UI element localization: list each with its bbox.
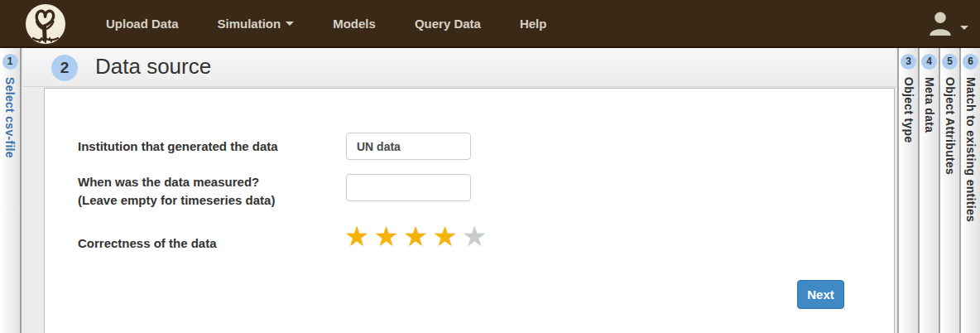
user-menu[interactable] (925, 8, 968, 41)
caret-down-icon (960, 26, 968, 30)
user-icon (925, 8, 955, 41)
step-number-badge: 5 (942, 54, 958, 70)
measured-input[interactable] (346, 174, 471, 201)
nav-item-simulation[interactable]: Simulation (218, 17, 295, 31)
star-filled-icon[interactable]: ★ (432, 220, 461, 252)
wizard-step-data-source-header[interactable]: 2 Data source (23, 48, 896, 87)
correctness-label: Correctness of the data (78, 234, 217, 253)
step-number-badge: 6 (963, 54, 978, 70)
star-rating[interactable]: ★★★★★ (344, 220, 491, 253)
step-label: Select csv-file (3, 77, 17, 158)
wizard-step-match-entities[interactable]: 6 Match to existing entities (959, 48, 980, 333)
nav-item-label: Query Data (415, 17, 481, 31)
star-filled-icon[interactable]: ★ (373, 220, 402, 252)
next-button[interactable]: Next (797, 280, 844, 309)
nav-item-upload-data[interactable]: Upload Data (106, 17, 179, 31)
data-source-form-panel: Institution that generated the data When… (44, 88, 895, 333)
institution-label: Institution that generated the data (78, 138, 278, 156)
star-filled-icon[interactable]: ★ (403, 220, 432, 252)
wizard-step-meta-data[interactable]: 4 Meta data (918, 48, 939, 333)
nav-item-label: Help (520, 17, 547, 31)
step-label: Object type (902, 77, 915, 143)
nav-menu: Upload Data Simulation Models Query Data… (106, 0, 546, 46)
nav-item-label: Upload Data (106, 17, 179, 31)
wizard-step-select-csv-file[interactable]: 1 Select csv-file (0, 48, 22, 333)
step-label: Object Attributes (944, 77, 957, 175)
wizard-right-steps: 3 Object type 4 Meta data 5 Object Attri… (897, 48, 980, 333)
star-filled-icon[interactable]: ★ (344, 220, 373, 252)
star-empty-icon[interactable]: ★ (462, 220, 491, 252)
page-title: Data source (95, 54, 211, 80)
step-number-badge: 3 (901, 54, 916, 70)
caret-down-icon (286, 22, 294, 26)
step-number-badge: 1 (2, 54, 18, 70)
navbar: Upload Data Simulation Models Query Data… (0, 0, 980, 48)
measured-label: When was the data measured? (Leave empty… (78, 173, 275, 210)
wizard-step-object-attributes[interactable]: 5 Object Attributes (939, 48, 959, 333)
nav-item-label: Models (333, 17, 376, 31)
measured-label-line1: When was the data measured? (78, 173, 275, 191)
step-label: Meta data (923, 77, 936, 133)
step-label: Match to existing entities (964, 77, 978, 222)
institution-input[interactable] (346, 133, 471, 160)
step-number-badge: 2 (51, 55, 78, 81)
step-number-badge: 4 (921, 54, 937, 70)
wizard-step-object-type[interactable]: 3 Object type (897, 48, 918, 333)
nav-item-help[interactable]: Help (520, 17, 547, 31)
nav-item-models[interactable]: Models (333, 17, 376, 31)
tree-logo-icon[interactable] (26, 4, 65, 44)
nav-item-label: Simulation (218, 17, 281, 31)
measured-label-line2: (Leave empty for timeseries data) (78, 191, 275, 210)
nav-item-query-data[interactable]: Query Data (415, 17, 481, 31)
